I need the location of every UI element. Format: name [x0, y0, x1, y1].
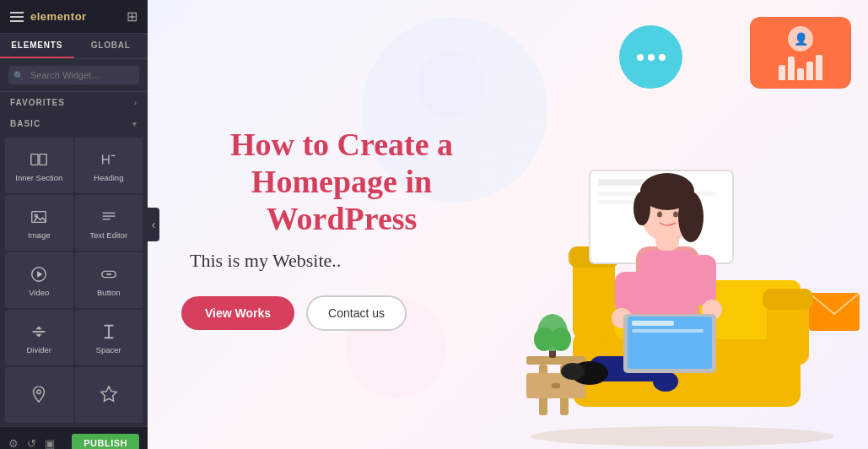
view-works-button[interactable]: View Works: [181, 296, 294, 330]
svg-rect-30: [763, 289, 813, 310]
svg-marker-16: [36, 326, 42, 329]
hero-buttons: View Works Contact us: [181, 295, 502, 331]
map-icon: [30, 385, 48, 403]
svg-rect-52: [691, 255, 716, 306]
svg-rect-54: [615, 272, 644, 314]
star-icon: [100, 385, 118, 403]
svg-point-47: [653, 371, 678, 392]
svg-point-66: [657, 212, 662, 218]
responsive-icon[interactable]: ▣: [45, 437, 55, 450]
button-icon: [100, 265, 118, 284]
widget-inner-section[interactable]: Inner Section: [5, 138, 73, 193]
contact-us-button[interactable]: Contact us: [306, 295, 407, 331]
svg-point-67: [673, 212, 678, 218]
widget-text-editor[interactable]: Text Editor: [75, 195, 143, 251]
history-icon[interactable]: ↺: [27, 437, 36, 450]
hero-subtitle: This is my Website..: [181, 250, 502, 272]
publish-button[interactable]: PUBLISH: [72, 434, 139, 449]
collapse-handle[interactable]: [148, 208, 159, 241]
svg-marker-17: [36, 334, 42, 338]
svg-marker-12: [37, 271, 42, 277]
svg-rect-0: [31, 154, 38, 165]
sidebar-header: elementor ⊞: [0, 0, 148, 34]
svg-point-65: [678, 192, 704, 242]
widget-heading[interactable]: Heading: [75, 138, 143, 193]
svg-marker-22: [101, 386, 116, 400]
image-label: Image: [28, 230, 50, 240]
widget-map[interactable]: [5, 367, 73, 423]
hero-title: How to Create a Homepage in WordPress: [181, 127, 502, 237]
svg-rect-1: [40, 154, 46, 165]
bottom-icons: ⚙ ↺ ▣: [8, 437, 55, 450]
svg-point-49: [561, 363, 585, 380]
inner-section-icon: [30, 150, 48, 169]
svg-point-39: [551, 327, 571, 351]
divider-icon: [30, 322, 48, 341]
search-input[interactable]: [8, 66, 139, 84]
widget-star[interactable]: [75, 367, 143, 423]
text-editor-icon: [100, 208, 118, 226]
widget-button[interactable]: Button: [75, 252, 143, 308]
hamburger-icon[interactable]: [10, 12, 24, 22]
svg-rect-41: [598, 179, 649, 186]
image-icon: [30, 208, 48, 226]
basic-label: BASIC: [10, 119, 40, 128]
svg-rect-59: [632, 329, 704, 333]
video-icon: [30, 265, 48, 284]
svg-rect-6: [32, 211, 46, 222]
divider-label: Divider: [26, 345, 51, 354]
tab-global[interactable]: GLOBAL: [74, 34, 148, 58]
logo-text: elementor: [30, 10, 87, 23]
inner-section-label: Inner Section: [15, 173, 62, 182]
section-favorites[interactable]: FAVORITES ›: [0, 92, 148, 113]
svg-rect-58: [632, 321, 674, 326]
sidebar-bottom: ⚙ ↺ ▣ PUBLISH: [0, 426, 148, 449]
video-label: Video: [29, 288, 49, 297]
svg-point-21: [37, 389, 41, 393]
widget-spacer[interactable]: Spacer: [75, 310, 143, 365]
illustration-area: [505, 0, 868, 449]
basic-arrow: ▾: [132, 120, 137, 128]
spacer-label: Spacer: [96, 345, 121, 354]
svg-rect-35: [552, 383, 560, 388]
widget-video[interactable]: Video: [5, 252, 73, 308]
svg-rect-51: [640, 251, 695, 322]
button-label: Button: [97, 288, 120, 297]
header-left: elementor: [10, 10, 87, 23]
heading-label: Heading: [94, 173, 123, 182]
widget-grid: Inner Section Heading: [0, 134, 148, 426]
widget-divider[interactable]: Divider: [5, 310, 73, 365]
tab-elements[interactable]: ELEMENTS: [0, 34, 74, 58]
svg-rect-31: [526, 356, 585, 365]
text-editor-label: Text Editor: [89, 230, 127, 240]
main-content: 👤: [148, 0, 868, 449]
section-basic[interactable]: BASIC ▾: [0, 113, 148, 134]
hero-text-area: How to Create a Homepage in WordPress Th…: [181, 127, 502, 330]
spacer-icon: [100, 322, 118, 341]
search-area: [0, 59, 148, 92]
favorites-arrow: ›: [134, 99, 137, 107]
sidebar: elementor ⊞ ELEMENTS GLOBAL FAVORITES › …: [0, 0, 148, 449]
settings-icon[interactable]: ⚙: [8, 437, 19, 450]
widget-image[interactable]: Image: [5, 195, 73, 251]
svg-point-24: [531, 426, 834, 446]
sidebar-tabs: ELEMENTS GLOBAL: [0, 34, 148, 59]
favorites-label: FAVORITES: [10, 98, 65, 107]
sidebar-panel: elementor ⊞ ELEMENTS GLOBAL FAVORITES › …: [0, 0, 148, 449]
heading-icon: [100, 150, 118, 169]
grid-icon[interactable]: ⊞: [127, 8, 137, 24]
